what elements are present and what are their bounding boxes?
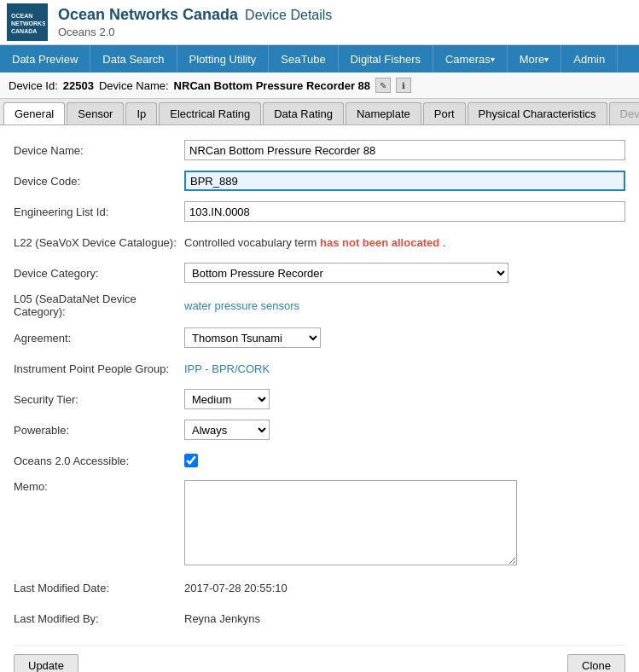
- device-name-value: NRCan Bottom Pressure Recorder 88: [174, 79, 370, 92]
- engineering-list-field-value: [184, 201, 625, 222]
- tab-port[interactable]: Port: [423, 102, 466, 125]
- powerable-select[interactable]: Always: [184, 420, 270, 440]
- main-content: Device Name: Device Code: Engineering Li…: [0, 125, 639, 672]
- device-category-select[interactable]: Bottom Pressure Recorder: [184, 263, 508, 283]
- memo-field: [184, 480, 625, 568]
- nav-cameras[interactable]: Cameras: [433, 45, 508, 72]
- row-l22: L22 (SeaVoX Device Catalogue): Controlle…: [14, 231, 625, 253]
- logo-icon: OCEAN NETWORKS CANADA: [7, 3, 48, 41]
- l05-label: L05 (SeaDataNet Device Category):: [14, 293, 184, 318]
- oceans-accessible-checkbox[interactable]: [184, 454, 198, 467]
- row-last-modified-by: Last Modified By: Reyna Jenkyns: [14, 607, 625, 629]
- tab-physical-characteristics[interactable]: Physical Characteristics: [468, 102, 607, 125]
- device-category-label: Device Category:: [14, 267, 184, 280]
- l05-link[interactable]: water pressure sensors: [184, 299, 299, 312]
- row-instrument-point: Instrument Point People Group: IPP - BPR…: [14, 357, 625, 379]
- sub-title: Oceans 2.0: [58, 26, 332, 38]
- tab-nameplate[interactable]: Nameplate: [346, 102, 421, 125]
- instrument-point-label: Instrument Point People Group:: [14, 362, 184, 375]
- clone-button[interactable]: Clone: [567, 654, 625, 672]
- l22-text-1: Controlled vocabulary term: [184, 236, 317, 249]
- device-name-input[interactable]: [184, 140, 625, 160]
- device-code-input[interactable]: [184, 171, 625, 191]
- l22-label: L22 (SeaVoX Device Catalogue):: [14, 236, 184, 249]
- row-device-code: Device Code:: [14, 170, 625, 192]
- row-security-tier: Security Tier: Medium: [14, 388, 625, 410]
- header: OCEAN NETWORKS CANADA Ocean Networks Can…: [0, 0, 639, 45]
- oceans-accessible-label: Oceans 2.0 Accessible:: [14, 455, 184, 467]
- row-oceans-accessible: Oceans 2.0 Accessible:: [14, 449, 625, 472]
- app-name: Device Details: [245, 8, 332, 23]
- nav-data-search[interactable]: Data Search: [90, 45, 177, 72]
- device-name-field-label: Device Name:: [14, 144, 184, 157]
- oceans-accessible-field: [184, 454, 625, 467]
- last-modified-date-label: Last Modified Date:: [14, 582, 184, 594]
- l22-value: Controlled vocabulary term has not been …: [184, 236, 625, 249]
- header-titles: Ocean Networks Canada Device Details Oce…: [58, 6, 332, 38]
- instrument-point-value: IPP - BPR/CORK: [184, 362, 625, 375]
- engineering-list-label: Engineering List Id:: [14, 206, 184, 218]
- tab-sensor[interactable]: Sensor: [67, 102, 124, 125]
- row-agreement: Agreement: Thomson Tsunami: [14, 327, 625, 349]
- row-powerable: Powerable: Always: [14, 419, 625, 441]
- powerable-field: Always: [184, 420, 625, 440]
- org-name: Ocean Networks Canada: [58, 6, 238, 24]
- device-id-label: Device Id:: [9, 79, 58, 92]
- row-engineering-list: Engineering List Id:: [14, 200, 625, 223]
- device-name-field-value: [184, 140, 625, 160]
- memo-label: Memo:: [14, 480, 184, 493]
- agreement-label: Agreement:: [14, 332, 184, 345]
- memo-textarea[interactable]: [184, 480, 517, 565]
- nav-data-preview[interactable]: Data Preview: [0, 45, 90, 72]
- last-modified-by-value: Reyna Jenkyns: [184, 612, 625, 625]
- svg-text:CANADA: CANADA: [11, 28, 37, 34]
- agreement-field: Thomson Tsunami: [184, 327, 625, 348]
- instrument-point-link[interactable]: IPP - BPR/CORK: [184, 362, 270, 375]
- tab-device-ac[interactable]: Device Ac...: [609, 102, 639, 125]
- nav-plotting-utility[interactable]: Plotting Utility: [177, 45, 270, 72]
- button-row: Update Clone: [14, 645, 625, 672]
- row-last-modified-date: Last Modified Date: 2017-07-28 20:55:10: [14, 576, 625, 599]
- device-icon-1[interactable]: ✎: [375, 78, 391, 93]
- tab-ip[interactable]: Ip: [125, 102, 157, 125]
- device-code-field-label: Device Code:: [14, 175, 184, 188]
- tab-data-rating[interactable]: Data Rating: [263, 102, 344, 125]
- tab-electrical-rating[interactable]: Electrical Rating: [159, 102, 261, 125]
- device-bar: Device Id: 22503 Device Name: NRCan Bott…: [0, 72, 639, 99]
- l22-text-2: .: [443, 236, 446, 249]
- device-icon-2[interactable]: ℹ: [396, 78, 411, 93]
- device-category-field: Bottom Pressure Recorder: [184, 263, 625, 283]
- agreement-select[interactable]: Thomson Tsunami: [184, 327, 321, 348]
- nav-seatube[interactable]: SeaTube: [269, 45, 338, 72]
- tab-general[interactable]: General: [3, 102, 65, 125]
- security-tier-select[interactable]: Medium: [184, 389, 270, 409]
- powerable-label: Powerable:: [14, 424, 184, 437]
- last-modified-date-value: 2017-07-28 20:55:10: [184, 582, 625, 594]
- device-id-value: 22503: [63, 79, 94, 92]
- row-l05: L05 (SeaDataNet Device Category): water …: [14, 293, 625, 318]
- nav-more[interactable]: More: [508, 45, 562, 72]
- nav-admin[interactable]: Admin: [561, 45, 618, 72]
- engineering-list-input[interactable]: [184, 201, 625, 222]
- security-tier-field: Medium: [184, 389, 625, 409]
- row-device-category: Device Category: Bottom Pressure Recorde…: [14, 262, 625, 284]
- svg-text:NETWORKS: NETWORKS: [11, 20, 45, 26]
- security-tier-label: Security Tier:: [14, 393, 184, 406]
- row-device-name: Device Name:: [14, 139, 625, 161]
- row-memo: Memo:: [14, 480, 625, 568]
- tab-bar: General Sensor Ip Electrical Rating Data…: [0, 99, 639, 125]
- device-name-label: Device Name:: [99, 79, 169, 92]
- device-code-field-value: [184, 171, 625, 191]
- navbar: Data Preview Data Search Plotting Utilit…: [0, 45, 639, 72]
- last-modified-by-label: Last Modified By:: [14, 612, 184, 625]
- update-button[interactable]: Update: [14, 654, 78, 672]
- svg-text:OCEAN: OCEAN: [11, 13, 32, 19]
- l22-highlight: has not been allocated: [320, 236, 439, 249]
- nav-digital-fishers[interactable]: Digital Fishers: [339, 45, 433, 72]
- logo-block: OCEAN NETWORKS CANADA: [7, 3, 48, 41]
- l05-value: water pressure sensors: [184, 299, 625, 312]
